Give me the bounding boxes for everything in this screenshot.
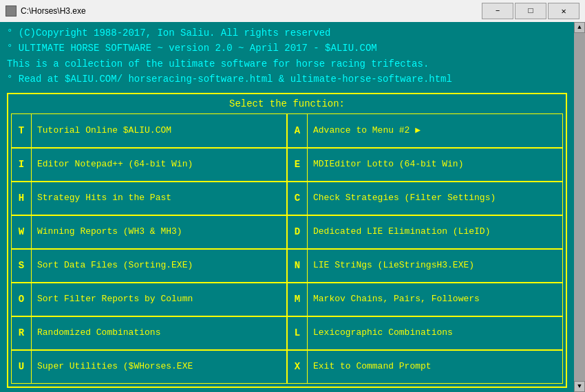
menu-item-T[interactable]: T Tutorial Online $ALIU.COM: [11, 113, 287, 147]
scroll-down-arrow[interactable]: ▼: [574, 381, 585, 392]
menu-label-U: Super Utilities ($WHorses.EXE: [32, 358, 286, 376]
maximize-button[interactable]: □: [515, 3, 546, 19]
menu-grid: T Tutorial Online $ALIU.COM A Advance to…: [11, 113, 563, 384]
window-controls: – □ ✕: [482, 3, 579, 19]
menu-item-X[interactable]: X Exit to Command Prompt: [287, 350, 563, 384]
menu-label-N: LIE StriNgs (LieStringsH3.EXE): [308, 257, 562, 275]
header-line2: ° ULTIMATE HORSE SOFTWARE ~ version 2.0 …: [7, 41, 567, 55]
menu-key-A: A: [288, 121, 307, 140]
menu-key-U: U: [12, 357, 31, 376]
menu-item-I[interactable]: I Editor Notepad++ (64-bit Win): [11, 148, 287, 182]
menu-key-H: H: [12, 188, 31, 208]
menu-key-X: X: [288, 357, 307, 376]
minimize-button[interactable]: –: [482, 3, 513, 19]
menu-label-L: Lexicographic Combinations: [308, 324, 562, 342]
menu-item-D[interactable]: D Dedicated LIE Elimination (LieID): [287, 215, 563, 249]
menu-item-E[interactable]: E MDIEditor Lotto (64-bit Win): [287, 148, 563, 182]
header-line3: This is a collection of the ultimate sof…: [7, 57, 567, 71]
menu-label-O: Sort Filter Reports by Column: [32, 290, 286, 309]
close-button[interactable]: ✕: [548, 3, 579, 19]
menu-label-S: Sort Data Files (Sorting.EXE): [32, 257, 286, 275]
menu-key-L: L: [288, 323, 307, 342]
scroll-up-arrow[interactable]: ▲: [574, 22, 585, 33]
menu-item-U[interactable]: U Super Utilities ($WHorses.EXE: [11, 350, 287, 384]
menu-item-O[interactable]: O Sort Filter Reports by Column: [11, 283, 287, 316]
menu-item-H[interactable]: H Strategy Hits in the Past: [11, 182, 287, 215]
menu-label-D: Dedicated LIE Elimination (LieID): [308, 223, 562, 241]
header-line1: ° (C)Copyright 1988-2017, Ion Saliu. All…: [7, 26, 567, 40]
menu-key-M: M: [288, 290, 307, 309]
menu-label-W: Winning Reports (WH3 & MH3): [32, 223, 286, 241]
menu-label-M: Markov Chains, Pairs, Followers: [308, 290, 562, 309]
menu-key-S: S: [12, 256, 31, 275]
menu-key-R: R: [12, 323, 31, 342]
menu-label-H: Strategy Hits in the Past: [32, 189, 286, 208]
menu-title: Select the function:: [11, 97, 563, 111]
menu-key-O: O: [12, 290, 31, 309]
window-icon: [6, 6, 17, 17]
menu-item-S[interactable]: S Sort Data Files (Sorting.EXE): [11, 249, 287, 283]
menu-key-T: T: [12, 121, 31, 140]
menu-container: Select the function: T Tutorial Online $…: [7, 93, 567, 388]
menu-item-L[interactable]: L Lexicographic Combinations: [287, 316, 563, 350]
menu-label-I: Editor Notepad++ (64-bit Win): [32, 155, 286, 174]
main-window: C:\Horses\H3.exe – □ ✕ ° (C)Copyright 19…: [0, 0, 585, 392]
menu-item-R[interactable]: R Randomized Combinations: [11, 316, 287, 350]
menu-key-E: E: [288, 155, 307, 174]
menu-label-T: Tutorial Online $ALIU.COM: [32, 122, 286, 140]
window-title: C:\Horses\H3.exe: [21, 6, 478, 16]
menu-key-C: C: [288, 188, 307, 208]
menu-label-E: MDIEditor Lotto (64-bit Win): [308, 155, 562, 174]
menu-item-N[interactable]: N LIE StriNgs (LieStringsH3.EXE): [287, 249, 563, 283]
menu-label-X: Exit to Command Prompt: [308, 358, 562, 376]
title-bar: C:\Horses\H3.exe – □ ✕: [0, 0, 585, 22]
menu-key-D: D: [288, 222, 307, 241]
menu-item-C[interactable]: C Check Strategies (Filter Settings): [287, 182, 563, 215]
scrollbar[interactable]: ▲ ▼: [574, 22, 585, 392]
menu-key-W: W: [12, 222, 31, 241]
menu-key-N: N: [288, 256, 307, 275]
menu-item-M[interactable]: M Markov Chains, Pairs, Followers: [287, 283, 563, 316]
header-line4: ° Read at $ALIU.COM/ horseracing-softwar…: [7, 72, 567, 86]
menu-item-A[interactable]: A Advance to Menu #2 ▶: [287, 113, 563, 147]
menu-item-W[interactable]: W Winning Reports (WH3 & MH3): [11, 215, 287, 249]
menu-label-R: Randomized Combinations: [32, 324, 286, 342]
menu-key-I: I: [12, 155, 31, 174]
menu-label-C: Check Strategies (Filter Settings): [308, 189, 562, 208]
scroll-track[interactable]: [574, 33, 585, 381]
console-area: ° (C)Copyright 1988-2017, Ion Saliu. All…: [0, 22, 574, 392]
menu-label-A: Advance to Menu #2 ▶: [308, 122, 562, 140]
